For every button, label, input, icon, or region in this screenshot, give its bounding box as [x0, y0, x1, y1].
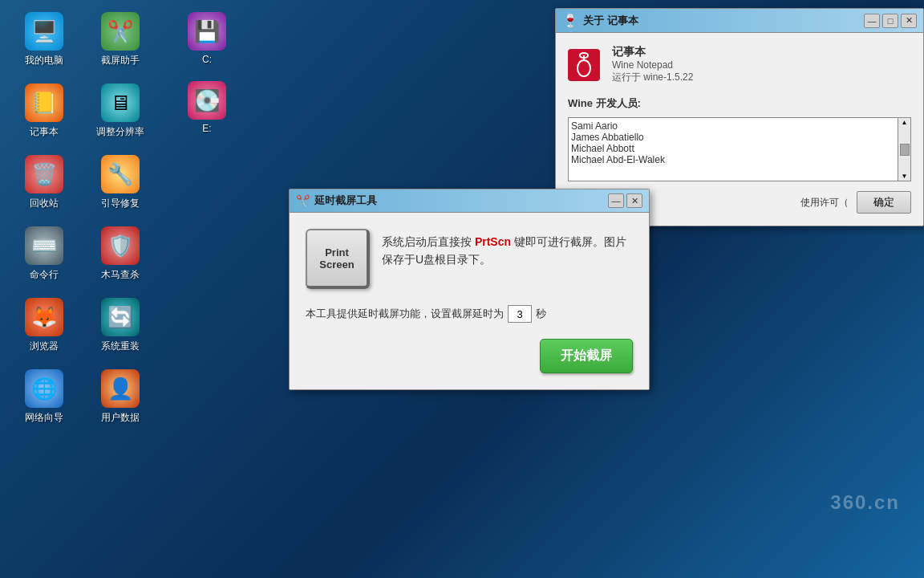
wine-logo [568, 49, 600, 81]
desktop-icon-resolution[interactable]: 🖥 调整分辨率 [88, 79, 152, 143]
repair-icon: 🔧 [101, 155, 140, 193]
delay-row: 本工具提供延时截屏功能，设置截屏延时为 秒 [306, 305, 633, 323]
notepad-label: 记事本 [30, 125, 59, 139]
delay-input[interactable] [508, 305, 532, 323]
desktop-icon-userdata[interactable]: 👤 用户数据 [88, 365, 152, 429]
about-maximize-button[interactable]: □ [882, 14, 898, 28]
resolution-icon: 🖥 [101, 83, 140, 122]
delay-text-before: 本工具提供延时截屏功能，设置截屏延时为 [306, 307, 504, 321]
tool-action-row: 开始截屏 [306, 339, 633, 373]
about-app-info: 记事本 Wine Notepad 运行于 wine-1.5.22 [612, 45, 693, 84]
desktop-icon-virus[interactable]: 🛡️ 木马查杀 [88, 222, 152, 286]
desktop-icon-notepad[interactable]: 📒 记事本 [12, 79, 76, 143]
trash-label: 回收站 [30, 197, 59, 210]
about-developers-list[interactable]: Sami Aario James Abbatiello Michael Abbo… [568, 117, 898, 181]
about-app-row: 记事本 Wine Notepad 运行于 wine-1.5.22 [568, 45, 911, 84]
disk-e-label: E: [202, 123, 211, 134]
notepad-icon: 📒 [25, 83, 63, 122]
virus-label: 木马查杀 [101, 268, 140, 282]
developers-scrollbar[interactable]: ▲ ▼ [898, 117, 911, 181]
tool-info-text: 系统启动后直接按 PrtScn 键即可进行截屏。图片保存于U盘根目录下。 [382, 229, 633, 269]
cmd-icon: ⌨️ [25, 226, 63, 265]
printscreen-line2: Screen [319, 258, 354, 271]
license-label: 使用许可（ [800, 196, 849, 210]
about-titlebar-left: 🍷 关于 记事本 [562, 13, 638, 28]
about-developers-list-container: Sami Aario James Abbatiello Michael Abbo… [568, 117, 911, 181]
trash-icon: 🗑️ [25, 155, 63, 193]
resolution-label: 调整分辨率 [96, 125, 144, 139]
about-app-subname: Wine Notepad [612, 59, 693, 71]
desktop-icon-cmd[interactable]: ⌨️ 命令行 [12, 222, 76, 286]
svg-point-1 [578, 60, 590, 76]
cmd-label: 命令行 [30, 268, 59, 282]
scroll-up-icon[interactable]: ▲ [902, 119, 908, 126]
my-computer-icon: 🖥️ [25, 12, 63, 51]
scroll-thumb [900, 144, 910, 156]
svg-point-3 [580, 53, 588, 58]
printscreen-key: Print Screen [306, 229, 370, 289]
disk-e-icon: 💽 [188, 81, 226, 120]
tool-close-button[interactable]: ✕ [626, 193, 642, 208]
tool-title-text: 延时截屏工具 [314, 193, 377, 208]
reinstall-label: 系统重装 [101, 340, 140, 353]
about-minimize-button[interactable]: — [864, 14, 880, 28]
desktop-icon-repair[interactable]: 🔧 引导修复 [88, 151, 152, 214]
about-close-button[interactable]: ✕ [901, 14, 917, 28]
tool-title-icon: ✂️ [296, 194, 310, 207]
printscreen-line1: Print [325, 246, 349, 258]
userdata-label: 用户数据 [101, 411, 140, 425]
tool-info-row: Print Screen 系统启动后直接按 PrtScn 键即可进行截屏。图片保… [306, 229, 633, 289]
about-title-text: 关于 记事本 [583, 14, 638, 28]
desktop-icon-grid: 🖥️ 我的电脑 📒 记事本 🗑️ 回收站 ⌨️ 命令行 🦊 浏览器 🌐 网络向导 [12, 8, 76, 554]
tool-dialog-controls: — ✕ [608, 193, 642, 208]
scroll-down-icon[interactable]: ▼ [902, 173, 908, 180]
screenshot-label: 截屏助手 [101, 54, 140, 67]
start-capture-button[interactable]: 开始截屏 [540, 339, 633, 373]
desktop-icon-disk-e[interactable]: 💽 E: [175, 77, 239, 138]
about-app-version: 运行于 wine-1.5.22 [612, 71, 693, 84]
developer-item-2: Michael Abbott [571, 143, 895, 154]
desktop-icon-my-computer[interactable]: 🖥️ 我的电脑 [12, 8, 76, 71]
disk-c-label: C: [202, 54, 212, 65]
info-highlight: PrtScn [475, 235, 511, 248]
repair-label: 引导修复 [101, 197, 140, 210]
network-label: 网络向导 [25, 411, 63, 425]
developer-item-1: James Abbatiello [571, 132, 895, 143]
developer-item-3: Michael Abd-El-Walek [571, 154, 895, 165]
desktop: 🖥️ 我的电脑 📒 记事本 🗑️ 回收站 ⌨️ 命令行 🦊 浏览器 🌐 网络向导… [0, 0, 924, 578]
browser-label: 浏览器 [30, 340, 59, 353]
about-window-controls: — □ ✕ [864, 14, 917, 28]
network-icon: 🌐 [25, 369, 63, 408]
desktop-icon-reinstall[interactable]: 🔄 系统重装 [88, 294, 152, 357]
watermark: 360.cn [830, 491, 900, 514]
screenshot-icon: ✂️ [101, 12, 140, 51]
disk-c-icon: 💾 [188, 12, 226, 51]
virus-icon: 🛡️ [101, 226, 140, 265]
desktop-icon-disk-c[interactable]: 💾 C: [175, 8, 239, 69]
developer-item-0: Sami Aario [571, 120, 895, 132]
desktop-icon-browser[interactable]: 🦊 浏览器 [12, 294, 76, 357]
tool-dialog: ✂️ 延时截屏工具 — ✕ Print Screen 系统启动后直接按 PrtS… [289, 189, 650, 390]
tool-minimize-button[interactable]: — [608, 193, 624, 208]
wine-logo-svg [569, 51, 598, 79]
about-app-name: 记事本 [612, 45, 693, 59]
tool-dialog-content: Print Screen 系统启动后直接按 PrtScn 键即可进行截屏。图片保… [290, 213, 649, 389]
desktop-icon-network[interactable]: 🌐 网络向导 [12, 365, 76, 429]
about-titlebar: 🍷 关于 记事本 — □ ✕ [556, 9, 923, 33]
desktop-icon-screenshot[interactable]: ✂️ 截屏助手 [88, 8, 152, 71]
delay-text-after: 秒 [536, 307, 546, 321]
browser-icon: 🦊 [25, 298, 63, 336]
tool-dialog-titlebar: ✂️ 延时截屏工具 — ✕ [290, 189, 649, 213]
tool-dialog-title-left: ✂️ 延时截屏工具 [296, 193, 377, 208]
about-developers-title: Wine 开发人员: [568, 96, 911, 111]
userdata-icon: 👤 [101, 369, 140, 408]
desktop-icon-trash[interactable]: 🗑️ 回收站 [12, 151, 76, 214]
my-computer-label: 我的电脑 [25, 54, 63, 67]
about-title-icon: 🍷 [562, 13, 578, 28]
info-text-before: 系统启动后直接按 [382, 235, 475, 248]
reinstall-icon: 🔄 [101, 298, 140, 336]
about-ok-button[interactable]: 确定 [857, 191, 911, 214]
